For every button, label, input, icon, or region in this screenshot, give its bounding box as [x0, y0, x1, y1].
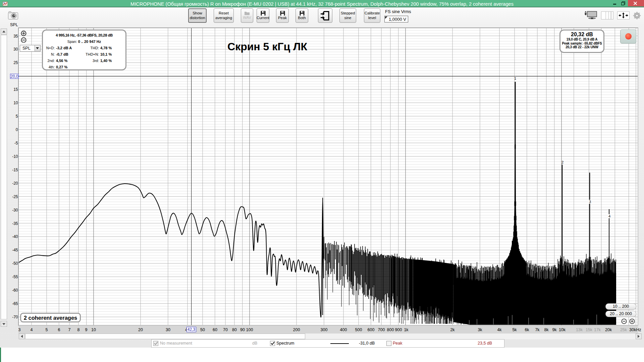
- svg-text:1k: 1k: [404, 327, 409, 332]
- svg-text:100: 100: [246, 327, 253, 332]
- svg-text:9: 9: [85, 327, 88, 332]
- svg-text:-20: -20: [12, 181, 18, 186]
- svg-text:7: 7: [68, 327, 71, 332]
- svg-text:15: 15: [13, 87, 18, 92]
- svg-text:30kHz: 30kHz: [629, 327, 641, 332]
- svg-text:900: 900: [395, 327, 402, 332]
- svg-text:800: 800: [387, 327, 394, 332]
- svg-text:15k: 15k: [586, 327, 593, 332]
- svg-text:70: 70: [223, 327, 228, 332]
- svg-text:-35: -35: [12, 221, 18, 226]
- svg-text:80: 80: [232, 327, 237, 332]
- svg-text:1: 1: [514, 76, 516, 80]
- svg-text:-55: -55: [12, 275, 18, 279]
- svg-text:-40: -40: [12, 234, 18, 239]
- svg-text:-10: -10: [12, 154, 18, 159]
- svg-text:8: 8: [77, 327, 80, 332]
- svg-text:5: 5: [46, 327, 48, 332]
- svg-text:8k: 8k: [544, 327, 549, 332]
- svg-text:400: 400: [340, 327, 347, 332]
- svg-text:20: 20: [138, 327, 143, 332]
- svg-text:10: 10: [13, 101, 18, 105]
- svg-text:4k: 4k: [497, 327, 502, 332]
- svg-text:2: 2: [561, 160, 564, 164]
- svg-text:13k: 13k: [576, 327, 583, 332]
- svg-text:-70: -70: [12, 315, 18, 319]
- svg-text:10k: 10k: [559, 327, 566, 332]
- svg-text:3k: 3k: [478, 327, 482, 332]
- svg-text:-50: -50: [12, 261, 18, 266]
- svg-text:-30: -30: [12, 208, 18, 213]
- svg-text:-5: -5: [14, 141, 18, 145]
- svg-text:7k: 7k: [535, 327, 540, 332]
- svg-text:3: 3: [18, 327, 21, 332]
- svg-text:4: 4: [31, 327, 33, 332]
- svg-text:20k: 20k: [605, 327, 612, 332]
- svg-text:5k: 5k: [512, 327, 517, 332]
- svg-text:60: 60: [213, 327, 217, 332]
- svg-text:35: 35: [13, 34, 18, 39]
- svg-text:50: 50: [200, 327, 205, 332]
- svg-text:9k: 9k: [552, 327, 557, 332]
- svg-text:700: 700: [378, 327, 385, 332]
- svg-text:-45: -45: [12, 248, 18, 252]
- svg-text:5: 5: [16, 114, 18, 119]
- svg-text:-25: -25: [12, 194, 18, 199]
- svg-text:4: 4: [608, 214, 610, 218]
- svg-text:3: 3: [589, 200, 591, 204]
- svg-text:0: 0: [16, 127, 18, 132]
- svg-text:30: 30: [166, 327, 170, 332]
- svg-text:600: 600: [368, 327, 375, 332]
- svg-text:-15: -15: [12, 168, 18, 172]
- svg-text:6: 6: [58, 327, 60, 332]
- svg-text:200: 200: [293, 327, 300, 332]
- svg-text:25k: 25k: [620, 327, 627, 332]
- svg-text:500: 500: [355, 327, 362, 332]
- svg-text:17k: 17k: [594, 327, 601, 332]
- svg-text:10: 10: [91, 327, 96, 332]
- svg-text:6k: 6k: [525, 327, 529, 332]
- svg-text:2k: 2k: [450, 327, 455, 332]
- svg-text:-65: -65: [12, 301, 18, 306]
- svg-text:25: 25: [13, 60, 18, 65]
- svg-text:-60: -60: [12, 288, 18, 293]
- svg-text:300: 300: [321, 327, 328, 332]
- svg-text:90: 90: [240, 327, 245, 332]
- svg-text:30: 30: [13, 47, 18, 52]
